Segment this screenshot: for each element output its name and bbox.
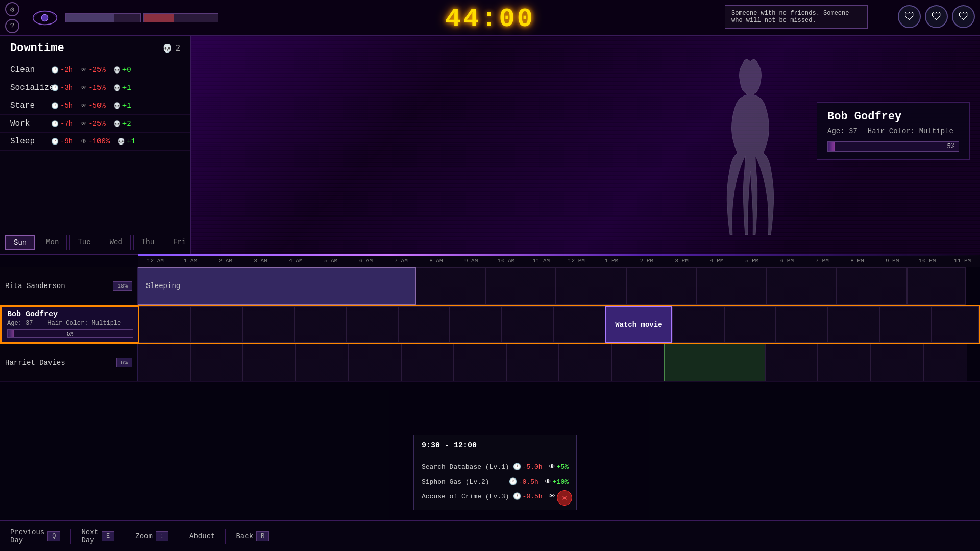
- time-1pm: 1 PM: [594, 258, 629, 264]
- noise-harriet-12[interactable]: [818, 344, 870, 381]
- time-6am: 6 AM: [349, 258, 384, 264]
- main-video-area: Bob Godfrey Age: 37 Hair Color: Multiple…: [191, 36, 980, 255]
- noise-bob-14[interactable]: [879, 306, 932, 343]
- noise-bob-9[interactable]: [553, 306, 605, 343]
- noise-bob-15[interactable]: [932, 306, 979, 343]
- eye-icon-tip2: 👁: [545, 478, 551, 486]
- abduct-button[interactable]: Abduct: [189, 532, 215, 540]
- noise-harriet-11[interactable]: [765, 344, 818, 381]
- tooltip-time-val-3: -0.5h: [523, 493, 543, 500]
- noise-harriet-10[interactable]: [611, 344, 664, 381]
- character-silhouette: [699, 46, 801, 240]
- stat-sus-sleep: 💀 +1: [117, 137, 135, 146]
- tab-tue[interactable]: Tue: [69, 235, 99, 250]
- noise-rita-8[interactable]: [907, 267, 966, 305]
- noise-bob-1[interactable]: [139, 306, 191, 343]
- noise-harriet-9[interactable]: [559, 344, 611, 381]
- zoom-label: Zoom: [135, 532, 153, 540]
- subject-label-rita[interactable]: Rita Sanderson 10%: [0, 267, 138, 305]
- stat-time-value-sleep: -9h: [60, 137, 73, 146]
- noise-rita-1[interactable]: [416, 267, 486, 305]
- subject-row-bob[interactable]: Bob Godfrey Age: 37 Hair Color: Multiple…: [0, 305, 980, 344]
- badge-icon-3[interactable]: 🛡: [952, 5, 975, 28]
- tab-wed[interactable]: Wed: [102, 235, 131, 250]
- noise-bob-12[interactable]: [776, 306, 828, 343]
- subject-detail-bar-bob: 5%: [7, 329, 133, 338]
- eye-icon-socialize: 👁: [81, 84, 87, 92]
- activity-row-work[interactable]: Work 🕐 -7h 👁 -25% 💀 +2: [0, 115, 190, 133]
- subject-label-harriet[interactable]: Harriet Davies 6%: [0, 344, 138, 381]
- noise-rita-6[interactable]: [767, 267, 837, 305]
- noise-harriet-5[interactable]: [349, 344, 401, 381]
- zoom-button[interactable]: Zoom ↕: [135, 531, 168, 541]
- badge-icon-1[interactable]: 🛡: [898, 5, 921, 28]
- subject-row-harriet[interactable]: Harriet Davies 6%: [0, 344, 980, 382]
- noise-harriet-4[interactable]: [296, 344, 348, 381]
- noise-bob-7[interactable]: [450, 306, 502, 343]
- noise-rita-4[interactable]: [626, 267, 696, 305]
- noise-bob-4[interactable]: [295, 306, 347, 343]
- help-icon[interactable]: ?: [5, 19, 19, 33]
- time-9am: 9 AM: [454, 258, 489, 264]
- noise-harriet-1[interactable]: [138, 344, 190, 381]
- noise-bob-8[interactable]: [502, 306, 554, 343]
- activity-row-stare[interactable]: Stare 🕐 -5h 👁 -50% 💀 +1: [0, 97, 190, 115]
- stat-sus-value-work: +2: [122, 119, 131, 128]
- noise-harriet-3[interactable]: [243, 344, 296, 381]
- noise-bob-10[interactable]: [672, 306, 724, 343]
- noise-harriet-13[interactable]: [871, 344, 923, 381]
- tab-sun[interactable]: Sun: [5, 235, 35, 250]
- noise-rita-5[interactable]: [696, 267, 766, 305]
- noise-harriet-14[interactable]: [923, 344, 968, 381]
- badge-icon-2[interactable]: 🛡: [925, 5, 948, 28]
- activity-row-socialize[interactable]: Socialize 🕐 -3h 👁 -15% 💀 +1: [0, 79, 190, 97]
- stat-vis-sleep: 👁 -100%: [81, 137, 110, 146]
- tooltip-action-stats-1: 🕐 -5.0h 👁 +5%: [513, 463, 569, 471]
- next-day-key: E: [102, 531, 114, 541]
- noise-rita-7[interactable]: [837, 267, 906, 305]
- tab-mon[interactable]: Mon: [38, 235, 67, 250]
- noise-harriet-2[interactable]: [190, 344, 243, 381]
- subject-name-harriet: Harriet Davies: [5, 358, 65, 367]
- subject-row-rita[interactable]: Rita Sanderson 10% Sleeping: [0, 267, 980, 305]
- tooltip-action-1[interactable]: Search Database (Lv.1) 🕐 -5.0h 👁 +5%: [422, 460, 569, 474]
- tooltip-action-3[interactable]: Accuse of Crime (Lv.3) 🕐 -0.5h 👁 +0%: [422, 489, 569, 504]
- stat-sus-value-sleep: +1: [127, 137, 135, 146]
- noise-bob-11[interactable]: [724, 306, 776, 343]
- time-2pm: 2 PM: [629, 258, 665, 264]
- watch-movie-block[interactable]: Watch movie: [605, 306, 673, 343]
- health-bar-1: [65, 13, 141, 22]
- time-3pm: 3 PM: [664, 258, 699, 264]
- stat-time-sleep: 🕐 -9h: [51, 137, 73, 146]
- tooltip-close-button[interactable]: ✕: [557, 490, 572, 506]
- tooltip-action-2[interactable]: Siphon Gas (Lv.2) 🕐 -0.5h 👁 +10%: [422, 474, 569, 489]
- noise-rita-3[interactable]: [556, 267, 626, 305]
- subject-percent-rita: 10%: [113, 281, 132, 291]
- tab-fri[interactable]: Fri: [165, 235, 194, 250]
- noise-harriet-7[interactable]: [454, 344, 506, 381]
- stat-time-socialize: 🕐 -3h: [51, 84, 73, 92]
- activity-row-clean[interactable]: Clean 🕐 -2h 👁 -25% 💀 +0: [0, 61, 190, 79]
- gear-icon[interactable]: ⚙: [5, 2, 19, 16]
- noise-rita-2[interactable]: [486, 267, 556, 305]
- prev-day-button[interactable]: PreviousDay Q: [10, 528, 60, 544]
- noise-bob-3[interactable]: [242, 306, 295, 343]
- timer-display: 44:00: [445, 4, 535, 34]
- noise-harriet-6[interactable]: [401, 344, 454, 381]
- clock-icon-sleep: 🕐: [51, 138, 59, 146]
- activity-name-socialize: Socialize: [10, 83, 51, 92]
- noise-harriet-8[interactable]: [506, 344, 559, 381]
- stat-time-value-socialize: -3h: [60, 84, 73, 92]
- time-1am: 1 AM: [173, 258, 208, 264]
- subject-detail-bob[interactable]: Bob Godfrey Age: 37 Hair Color: Multiple…: [1, 306, 139, 343]
- back-button[interactable]: Back R: [236, 531, 269, 541]
- activity-harriet-block[interactable]: [664, 344, 765, 381]
- noise-bob-5[interactable]: [346, 306, 398, 343]
- noise-bob-13[interactable]: [828, 306, 880, 343]
- noise-bob-6[interactable]: [398, 306, 450, 343]
- abduct-label: Abduct: [189, 532, 215, 540]
- tab-thu[interactable]: Thu: [133, 235, 162, 250]
- activity-row-sleep[interactable]: Sleep 🕐 -9h 👁 -100% 💀 +1: [0, 133, 190, 151]
- next-day-button[interactable]: NextDay E: [81, 528, 114, 544]
- noise-bob-2[interactable]: [191, 306, 243, 343]
